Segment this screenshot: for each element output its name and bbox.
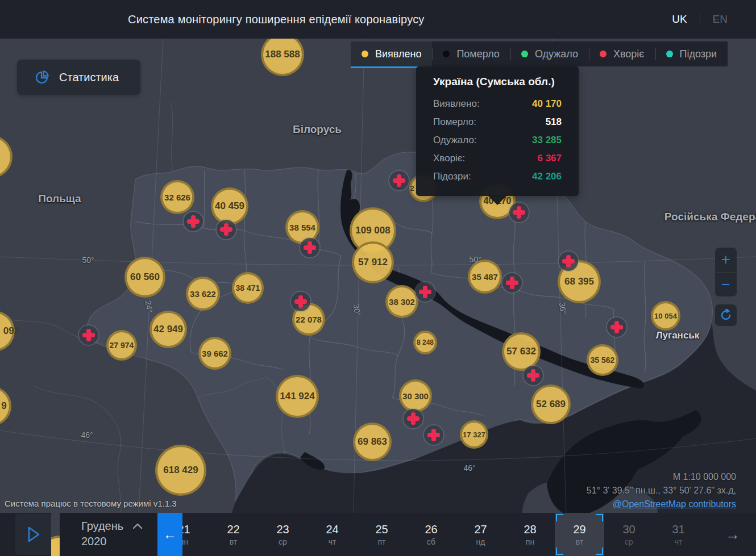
page-title: Система моніторингу поширення епідемії к…: [128, 0, 425, 39]
case-bubble[interactable]: 32 626: [160, 180, 194, 214]
legend-item-4[interactable]: Хворіє: [589, 41, 655, 66]
day-number: 26: [425, 523, 437, 536]
medical-cross-icon: [217, 220, 236, 239]
tooltip-row: Підозри:42 206: [433, 168, 562, 186]
month-selector[interactable]: Грудень 2020: [60, 513, 157, 556]
case-bubble[interactable]: 39 662: [198, 337, 231, 370]
tooltip-row-value: 40 170: [532, 98, 562, 110]
day-number: 27: [474, 523, 487, 536]
lang-en-button[interactable]: EN: [713, 13, 728, 26]
case-bubble[interactable]: 52 689: [531, 384, 571, 424]
case-bubble-value: 68 395: [564, 276, 594, 287]
case-bubble[interactable]: 17 327: [460, 420, 488, 449]
legend-dot-icon: [666, 51, 673, 57]
refresh-icon: [720, 309, 732, 321]
day-weekday: нд: [476, 537, 485, 546]
case-bubble[interactable]: 35 487: [468, 260, 502, 294]
timeline-bar: Грудень 2020 21пн22вт23ср24чт25пт26сб27н…: [0, 513, 756, 556]
medical-cross-icon: [300, 238, 319, 257]
case-bubble[interactable]: 42 949: [149, 311, 187, 348]
tooltip-row-value: 42 206: [532, 171, 562, 182]
legend-item-3[interactable]: Одужало: [510, 41, 589, 66]
case-bubble-value: 17 327: [463, 430, 485, 439]
tooltip-row-label: Померло:: [433, 116, 476, 128]
case-bubble[interactable]: 60 560: [124, 257, 165, 298]
statistics-button[interactable]: Статистика: [17, 60, 140, 95]
selection-corner: [556, 547, 563, 555]
legend-item-5[interactable]: Підозри: [655, 41, 728, 66]
zoom-in-button[interactable]: +: [715, 248, 737, 272]
timeline-day-22[interactable]: 22вт: [209, 513, 258, 556]
case-bubble[interactable]: 33 622: [186, 277, 220, 311]
next-day-button[interactable]: →: [725, 513, 740, 556]
case-bubble[interactable]: 38 302: [385, 285, 418, 318]
map-scale: М 1:10 000 000: [587, 470, 736, 484]
timeline-day-26[interactable]: 26сб: [406, 513, 456, 556]
timeline-day-28[interactable]: 28пн: [505, 513, 555, 556]
case-bubble[interactable]: 10 054: [651, 301, 680, 331]
osm-attribution-link[interactable]: @OpenStreetMap contributors: [613, 499, 736, 509]
timeline-day-31[interactable]: 31чт: [654, 513, 703, 556]
timeline-day-24[interactable]: 24чт: [308, 513, 357, 556]
case-bubble[interactable]: 69 863: [353, 423, 392, 461]
lang-divider: [700, 13, 700, 26]
tooltip-row-label: Підозри:: [433, 171, 471, 182]
arrow-right-icon: →: [725, 526, 740, 544]
timeline-gap: [51, 513, 60, 556]
app-window: 50°50°46°46°24°30°36° БілорусьПольщаРосі…: [0, 0, 756, 556]
timeline-day-25[interactable]: 25пт: [357, 513, 406, 556]
legend-item-2[interactable]: Померло: [432, 41, 510, 66]
case-bubble-value: 57 632: [506, 346, 536, 357]
chevron-up-icon: [132, 523, 143, 529]
medical-cross-icon: [502, 273, 522, 292]
day-weekday: чт: [675, 537, 683, 546]
day-number: 30: [622, 523, 635, 536]
case-bubble[interactable]: 30 300: [399, 379, 432, 412]
case-bubble[interactable]: 27 974: [106, 330, 137, 361]
legend-item-1[interactable]: Виявлено: [351, 41, 432, 66]
tooltip-row-label: Одужало:: [433, 135, 477, 146]
day-weekday: чт: [329, 537, 337, 546]
case-bubble-value: 52 689: [536, 399, 566, 410]
case-bubble[interactable]: 57 632: [502, 332, 541, 371]
tooltip-row-value: 518: [546, 116, 562, 128]
medical-cross-icon: [559, 252, 578, 271]
case-bubble[interactable]: 57 912: [352, 241, 394, 283]
day-number: 29: [573, 523, 585, 536]
case-bubble[interactable]: 141 924: [276, 375, 319, 418]
timeline-day-27[interactable]: 27нд: [456, 513, 505, 556]
tooltip-title: Україна (Сумська обл.): [433, 76, 562, 88]
day-weekday: сб: [427, 537, 435, 546]
case-bubble[interactable]: 38 471: [232, 272, 264, 304]
previous-day-button[interactable]: ←: [157, 513, 182, 556]
medical-cross-icon: [424, 425, 443, 445]
day-number: 24: [326, 523, 338, 536]
case-bubble[interactable]: 40 459: [211, 187, 248, 225]
play-button[interactable]: [15, 514, 51, 555]
timeline-day-30[interactable]: 30ср: [604, 513, 654, 556]
legend-item-label: Виявлено: [375, 48, 421, 60]
zoom-out-button[interactable]: −: [715, 272, 737, 296]
case-bubble-value: 141 924: [280, 391, 314, 402]
medical-cross-icon: [524, 366, 543, 385]
case-bubble[interactable]: 618 429: [155, 445, 206, 496]
case-bubble[interactable]: 35 562: [587, 344, 618, 376]
timeline-day-29[interactable]: 29вт: [555, 513, 604, 556]
medical-cross-icon: [184, 212, 203, 231]
statistics-label: Статистика: [59, 71, 119, 84]
tooltip-row: Померло:518: [433, 113, 562, 131]
medical-cross-icon: [291, 292, 310, 311]
case-bubble-value: 092: [3, 325, 19, 337]
day-number: 28: [524, 523, 536, 536]
map-zoom-controls: + −: [715, 248, 737, 326]
map-refresh-button[interactable]: [715, 304, 737, 326]
lang-uk-button[interactable]: UK: [672, 13, 687, 26]
legend-dot-icon: [362, 51, 368, 57]
timeline-day-23[interactable]: 23ср: [258, 513, 308, 556]
top-bar: Система моніторингу поширення епідемії к…: [0, 0, 756, 39]
case-bubble[interactable]: 188 588: [261, 33, 304, 76]
legend-item-label: Хворіє: [613, 48, 645, 60]
case-bubble-value: 38 471: [236, 283, 260, 292]
case-bubble[interactable]: 8 248: [413, 331, 437, 354]
medical-cross-icon: [509, 203, 529, 222]
